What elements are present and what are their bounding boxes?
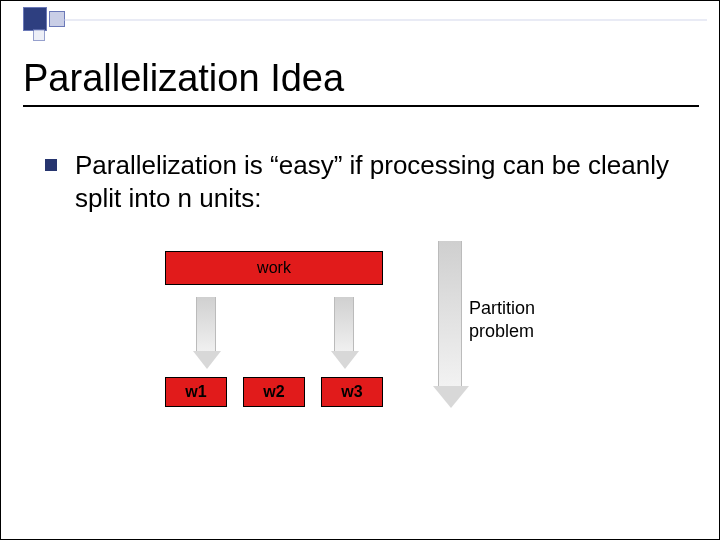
unit-box-w2: w2 <box>243 377 305 407</box>
caption-line-1: Partition <box>469 298 535 318</box>
diagram: work w1 w2 w3 Partition problem <box>151 251 631 471</box>
header-rule <box>59 19 707 21</box>
arrow-down-icon <box>331 297 357 369</box>
bullet-square-icon <box>45 159 57 171</box>
slide: Parallelization Idea Parallelization is … <box>0 0 720 540</box>
title-underline <box>23 105 699 107</box>
arrow-down-icon <box>193 297 219 369</box>
bullet-row: Parallelization is “easy” if processing … <box>45 149 679 214</box>
decor-square-icon <box>23 7 47 31</box>
arrow-down-large-icon <box>433 241 467 408</box>
unit-box-w1: w1 <box>165 377 227 407</box>
partition-caption: Partition problem <box>469 297 535 342</box>
unit-box-w3: w3 <box>321 377 383 407</box>
caption-line-2: problem <box>469 321 534 341</box>
bullet-text: Parallelization is “easy” if processing … <box>75 149 679 214</box>
slide-title: Parallelization Idea <box>23 57 344 100</box>
work-box: work <box>165 251 383 285</box>
decor-square-icon <box>33 29 45 41</box>
